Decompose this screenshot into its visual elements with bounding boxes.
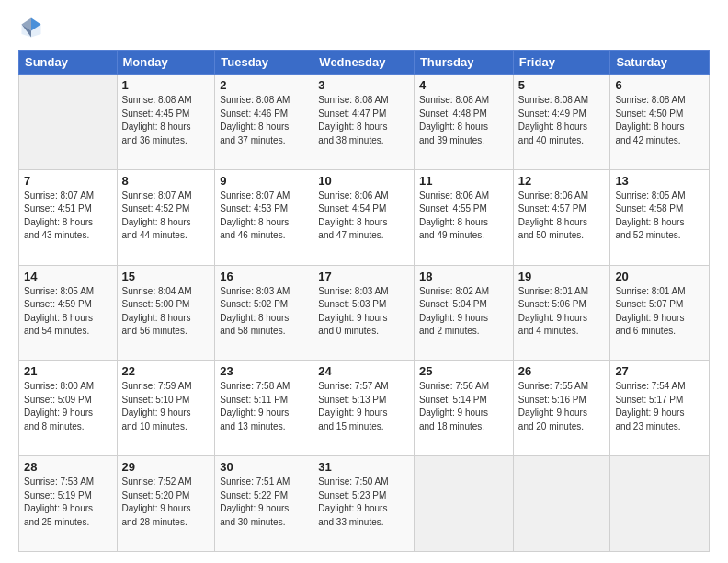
calendar-cell: 20Sunrise: 8:01 AM Sunset: 5:07 PM Dayli… xyxy=(610,265,710,361)
day-info: Sunrise: 8:07 AM Sunset: 4:53 PM Dayligh… xyxy=(220,190,308,243)
day-info: Sunrise: 8:03 AM Sunset: 5:03 PM Dayligh… xyxy=(318,285,409,339)
day-number: 22 xyxy=(122,364,210,378)
day-info: Sunrise: 7:52 AM Sunset: 5:20 PM Dayligh… xyxy=(122,476,210,529)
day-info: Sunrise: 8:01 AM Sunset: 5:07 PM Dayligh… xyxy=(615,285,704,339)
calendar-cell: 2Sunrise: 8:08 AM Sunset: 4:46 PM Daylig… xyxy=(215,75,313,170)
day-info: Sunrise: 8:07 AM Sunset: 4:52 PM Dayligh… xyxy=(122,190,210,243)
weekday-header: Monday xyxy=(117,51,215,75)
day-info: Sunrise: 8:06 AM Sunset: 4:55 PM Dayligh… xyxy=(419,190,508,243)
calendar-cell: 1Sunrise: 8:08 AM Sunset: 4:45 PM Daylig… xyxy=(117,75,215,170)
weekday-header: Wednesday xyxy=(313,51,415,75)
day-number: 24 xyxy=(318,364,409,378)
weekday-header: Tuesday xyxy=(215,51,313,75)
day-info: Sunrise: 8:08 AM Sunset: 4:49 PM Dayligh… xyxy=(518,94,606,147)
weekday-header: Thursday xyxy=(414,51,513,75)
day-info: Sunrise: 8:08 AM Sunset: 4:48 PM Dayligh… xyxy=(419,94,508,147)
day-info: Sunrise: 8:03 AM Sunset: 5:02 PM Dayligh… xyxy=(220,285,308,339)
day-number: 27 xyxy=(615,364,704,378)
calendar-cell xyxy=(610,456,710,552)
calendar-cell: 26Sunrise: 7:55 AM Sunset: 5:16 PM Dayli… xyxy=(513,361,610,456)
day-number: 11 xyxy=(419,174,508,188)
logo xyxy=(18,15,48,40)
day-number: 25 xyxy=(419,364,508,378)
calendar-week-row: 7Sunrise: 8:07 AM Sunset: 4:51 PM Daylig… xyxy=(19,169,710,265)
day-number: 15 xyxy=(122,270,210,283)
calendar-cell: 5Sunrise: 8:08 AM Sunset: 4:49 PM Daylig… xyxy=(513,75,610,170)
day-info: Sunrise: 7:59 AM Sunset: 5:10 PM Dayligh… xyxy=(122,380,210,433)
day-number: 13 xyxy=(615,174,704,188)
day-info: Sunrise: 8:00 AM Sunset: 5:09 PM Dayligh… xyxy=(24,380,112,433)
calendar-cell: 28Sunrise: 7:53 AM Sunset: 5:19 PM Dayli… xyxy=(19,456,118,552)
calendar-cell: 31Sunrise: 7:50 AM Sunset: 5:23 PM Dayli… xyxy=(313,456,415,552)
day-info: Sunrise: 8:07 AM Sunset: 4:51 PM Dayligh… xyxy=(24,190,112,243)
calendar-cell: 8Sunrise: 8:07 AM Sunset: 4:52 PM Daylig… xyxy=(117,169,215,265)
calendar-cell: 30Sunrise: 7:51 AM Sunset: 5:22 PM Dayli… xyxy=(215,456,313,552)
calendar-cell: 13Sunrise: 8:05 AM Sunset: 4:58 PM Dayli… xyxy=(610,169,710,265)
calendar-cell xyxy=(414,456,513,552)
day-number: 30 xyxy=(220,460,308,474)
day-info: Sunrise: 7:54 AM Sunset: 5:17 PM Dayligh… xyxy=(615,380,704,433)
calendar-cell: 11Sunrise: 8:06 AM Sunset: 4:55 PM Dayli… xyxy=(414,169,513,265)
day-number: 12 xyxy=(518,174,606,188)
day-info: Sunrise: 8:08 AM Sunset: 4:50 PM Dayligh… xyxy=(615,94,704,147)
calendar-body: 1Sunrise: 8:08 AM Sunset: 4:45 PM Daylig… xyxy=(19,75,710,552)
day-number: 5 xyxy=(518,78,606,92)
day-number: 8 xyxy=(122,174,210,188)
weekday-header: Saturday xyxy=(610,51,710,75)
weekday-row: SundayMondayTuesdayWednesdayThursdayFrid… xyxy=(19,51,710,75)
calendar-cell: 3Sunrise: 8:08 AM Sunset: 4:47 PM Daylig… xyxy=(313,75,415,170)
page: SundayMondayTuesdayWednesdayThursdayFrid… xyxy=(0,0,728,563)
calendar-cell: 27Sunrise: 7:54 AM Sunset: 5:17 PM Dayli… xyxy=(610,361,710,456)
day-info: Sunrise: 7:56 AM Sunset: 5:14 PM Dayligh… xyxy=(419,380,508,433)
day-info: Sunrise: 8:08 AM Sunset: 4:45 PM Dayligh… xyxy=(122,94,210,147)
day-info: Sunrise: 8:05 AM Sunset: 4:59 PM Dayligh… xyxy=(24,285,112,339)
day-info: Sunrise: 8:01 AM Sunset: 5:06 PM Dayligh… xyxy=(518,285,606,339)
calendar-cell: 29Sunrise: 7:52 AM Sunset: 5:20 PM Dayli… xyxy=(117,456,215,552)
calendar-cell: 23Sunrise: 7:58 AM Sunset: 5:11 PM Dayli… xyxy=(215,361,313,456)
calendar-week-row: 14Sunrise: 8:05 AM Sunset: 4:59 PM Dayli… xyxy=(19,265,710,361)
day-info: Sunrise: 7:50 AM Sunset: 5:23 PM Dayligh… xyxy=(318,476,409,529)
calendar-week-row: 28Sunrise: 7:53 AM Sunset: 5:19 PM Dayli… xyxy=(19,456,710,552)
calendar-cell: 22Sunrise: 7:59 AM Sunset: 5:10 PM Dayli… xyxy=(117,361,215,456)
day-number: 23 xyxy=(220,364,308,378)
calendar-cell: 17Sunrise: 8:03 AM Sunset: 5:03 PM Dayli… xyxy=(313,265,415,361)
calendar-cell: 19Sunrise: 8:01 AM Sunset: 5:06 PM Dayli… xyxy=(513,265,610,361)
day-number: 16 xyxy=(220,270,308,283)
weekday-header: Friday xyxy=(513,51,610,75)
day-number: 4 xyxy=(419,78,508,92)
weekday-header: Sunday xyxy=(19,51,118,75)
day-number: 7 xyxy=(24,174,112,188)
day-info: Sunrise: 8:04 AM Sunset: 5:00 PM Dayligh… xyxy=(122,285,210,339)
day-number: 17 xyxy=(318,270,409,283)
day-info: Sunrise: 8:06 AM Sunset: 4:57 PM Dayligh… xyxy=(518,190,606,243)
calendar-week-row: 1Sunrise: 8:08 AM Sunset: 4:45 PM Daylig… xyxy=(19,75,710,170)
day-number: 28 xyxy=(24,460,112,474)
calendar-cell: 15Sunrise: 8:04 AM Sunset: 5:00 PM Dayli… xyxy=(117,265,215,361)
calendar-cell: 21Sunrise: 8:00 AM Sunset: 5:09 PM Dayli… xyxy=(19,361,118,456)
day-number: 31 xyxy=(318,460,409,474)
calendar-cell: 10Sunrise: 8:06 AM Sunset: 4:54 PM Dayli… xyxy=(313,169,415,265)
calendar-cell: 4Sunrise: 8:08 AM Sunset: 4:48 PM Daylig… xyxy=(414,75,513,170)
logo-icon xyxy=(18,15,44,40)
calendar-cell: 14Sunrise: 8:05 AM Sunset: 4:59 PM Dayli… xyxy=(19,265,118,361)
day-number: 18 xyxy=(419,270,508,283)
day-number: 19 xyxy=(518,270,606,283)
day-info: Sunrise: 8:02 AM Sunset: 5:04 PM Dayligh… xyxy=(419,285,508,339)
calendar: SundayMondayTuesdayWednesdayThursdayFrid… xyxy=(18,50,710,552)
calendar-cell: 7Sunrise: 8:07 AM Sunset: 4:51 PM Daylig… xyxy=(19,169,118,265)
calendar-week-row: 21Sunrise: 8:00 AM Sunset: 5:09 PM Dayli… xyxy=(19,361,710,456)
calendar-cell: 12Sunrise: 8:06 AM Sunset: 4:57 PM Dayli… xyxy=(513,169,610,265)
calendar-cell: 24Sunrise: 7:57 AM Sunset: 5:13 PM Dayli… xyxy=(313,361,415,456)
day-number: 1 xyxy=(122,78,210,92)
day-info: Sunrise: 7:53 AM Sunset: 5:19 PM Dayligh… xyxy=(24,476,112,529)
day-number: 26 xyxy=(518,364,606,378)
day-number: 10 xyxy=(318,174,409,188)
day-number: 9 xyxy=(220,174,308,188)
day-number: 2 xyxy=(220,78,308,92)
day-number: 6 xyxy=(615,78,704,92)
day-number: 3 xyxy=(318,78,409,92)
day-info: Sunrise: 7:51 AM Sunset: 5:22 PM Dayligh… xyxy=(220,476,308,529)
calendar-cell xyxy=(19,75,118,170)
day-info: Sunrise: 7:58 AM Sunset: 5:11 PM Dayligh… xyxy=(220,380,308,433)
calendar-cell: 9Sunrise: 8:07 AM Sunset: 4:53 PM Daylig… xyxy=(215,169,313,265)
